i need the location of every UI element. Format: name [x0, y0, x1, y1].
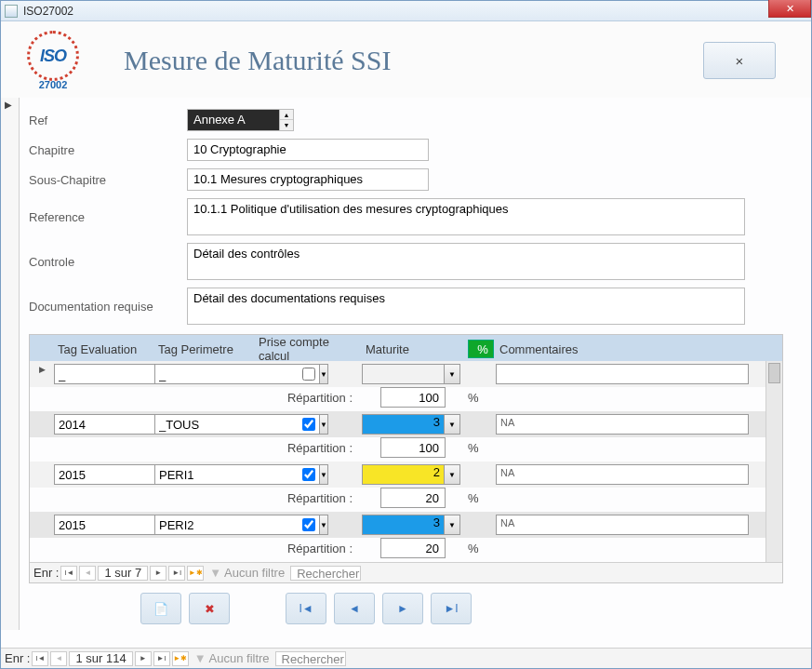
scrollbar-thumb[interactable]	[768, 363, 780, 383]
subnav-prev[interactable]: ◄	[79, 566, 96, 581]
repartition-input[interactable]	[380, 538, 446, 558]
row-selector[interactable]: ▶	[30, 361, 54, 387]
tag-eval-combo[interactable]: ▼	[54, 515, 149, 535]
outernav-next[interactable]: ►	[135, 651, 152, 666]
next-button[interactable]: ►	[382, 593, 423, 624]
sous-chapitre-field[interactable]: 10.1 Mesures cryptographiques	[187, 168, 429, 191]
subform-scrollbar[interactable]	[765, 361, 782, 562]
tag-perim-combo[interactable]: ▼	[154, 464, 249, 485]
subnav-filter: ▼Aucun filtre	[206, 566, 288, 580]
chapitre-field[interactable]: 10 Cryptographie	[187, 139, 429, 161]
repartition-input[interactable]	[380, 437, 446, 458]
row-sous-chapitre: Sous-Chapitre 10.1 Mesures cryptographiq…	[29, 168, 783, 191]
iso-standard: 27002	[39, 79, 68, 90]
prise-checkbox[interactable]	[302, 418, 315, 431]
tag-eval-combo[interactable]: ▼	[54, 464, 149, 485]
subnav-new[interactable]: ►✱	[187, 566, 204, 581]
controle-field[interactable]: Détail des contrôles	[187, 243, 745, 280]
row-selector[interactable]	[30, 462, 54, 488]
percent-button[interactable]: %	[468, 340, 494, 358]
maturite-value[interactable]: 3	[362, 515, 444, 535]
new-record-button[interactable]: 📄	[140, 593, 181, 624]
repartition-label: Répartition :	[255, 542, 362, 555]
dropdown-arrow-icon[interactable]: ▼	[444, 414, 460, 435]
outernav-search[interactable]: Rechercher	[275, 651, 346, 666]
col-tag-perim: Tag Perimetre	[154, 342, 255, 356]
percent-sign: %	[466, 441, 496, 455]
label-chapitre: Chapitre	[29, 143, 187, 157]
tag-perim-combo[interactable]: ▼	[154, 515, 249, 535]
tag-eval-combo[interactable]: ▼	[54, 414, 149, 435]
outernav-first[interactable]: I◄	[32, 651, 48, 666]
dropdown-arrow-icon[interactable]: ▼	[444, 464, 460, 485]
tag-perim-combo[interactable]: ▼	[154, 414, 249, 435]
repartition-input[interactable]	[380, 488, 446, 508]
doc-field[interactable]: Détail des documentations requises	[187, 288, 745, 325]
outernav-filter: ▼Aucun filtre	[191, 651, 273, 665]
label-ref: Ref	[29, 114, 187, 127]
repartition-line: Répartition :%	[30, 387, 782, 411]
toolbar: 📄 ✖ I◄ ◄ ► ►I	[29, 587, 783, 630]
ref-field[interactable]: Annexe A	[187, 109, 280, 131]
window-title: ISO27002	[23, 5, 807, 18]
label-sous-chapitre: Sous-Chapitre	[29, 173, 187, 187]
maturite-combo[interactable]: 3▼	[362, 515, 460, 535]
col-maturite: Maturite	[362, 342, 466, 356]
close-form-button[interactable]: ×	[703, 42, 776, 79]
prise-checkbox[interactable]	[302, 368, 315, 381]
maturite-value[interactable]: 3	[362, 414, 444, 435]
maturite-value[interactable]: 2	[362, 464, 444, 485]
comment-field[interactable]: NA	[496, 414, 749, 435]
subnav-search[interactable]: Rechercher	[290, 566, 361, 581]
maturite-combo[interactable]: 2▼	[362, 464, 460, 485]
dropdown-arrow-icon[interactable]: ▼	[444, 515, 460, 535]
subform-rows: ▶▼▼▼Répartition :%▼▼3▼NARépartition :%▼▼…	[30, 361, 782, 562]
subnav-pos[interactable]: 1 sur 7	[98, 566, 148, 581]
outer-nav: Enr : I◄ ◄ 1 sur 114 ► ►I ►✱ ▼Aucun filt…	[1, 648, 811, 668]
window: ISO27002 ✕ ISO 27002 Mesure de Maturité …	[0, 0, 812, 669]
subnav-first[interactable]: I◄	[60, 566, 77, 581]
outernav-prev[interactable]: ◄	[50, 651, 67, 666]
prev-button[interactable]: ◄	[334, 593, 375, 624]
delete-record-button[interactable]: ✖	[189, 593, 230, 624]
page-title: Mesure de Maturité SSI	[90, 45, 703, 76]
ref-combo: Annexe A ▲ ▼	[187, 109, 294, 131]
filter-icon: ▼	[194, 651, 206, 665]
first-button[interactable]: I◄	[286, 593, 326, 624]
prise-checkbox[interactable]	[302, 468, 315, 481]
maturite-value[interactable]	[362, 364, 444, 384]
row-selector[interactable]	[30, 411, 54, 437]
maturite-combo[interactable]: ▼	[362, 364, 460, 384]
last-button[interactable]: ►I	[431, 593, 472, 624]
row-selector[interactable]	[30, 512, 54, 538]
ref-spin-up[interactable]: ▲	[280, 110, 293, 120]
maturite-combo[interactable]: 3▼	[362, 414, 460, 435]
reference-field[interactable]: 10.1.1 Politique d'utilisation des mesur…	[187, 198, 745, 235]
subnav-next[interactable]: ►	[150, 566, 166, 581]
repartition-input[interactable]	[380, 387, 446, 408]
tag-perim-combo[interactable]: ▼	[154, 364, 249, 384]
ref-spin-down[interactable]: ▼	[280, 120, 293, 130]
percent-sign: %	[466, 542, 496, 555]
table-row: ▼▼3▼NA	[30, 512, 782, 538]
repartition-label: Répartition :	[255, 491, 362, 505]
delete-record-icon: ✖	[205, 602, 215, 616]
outernav-label: Enr :	[5, 651, 30, 665]
comment-field[interactable]: NA	[496, 464, 749, 485]
outernav-pos[interactable]: 1 sur 114	[69, 651, 132, 666]
outernav-last[interactable]: ►I	[153, 651, 170, 666]
repartition-label: Répartition :	[255, 391, 362, 405]
prise-checkbox[interactable]	[302, 518, 315, 531]
window-close-button[interactable]: ✕	[768, 0, 811, 18]
subnav-last[interactable]: ►I	[168, 566, 185, 581]
label-controle: Controle	[29, 255, 187, 269]
comment-field[interactable]: NA	[496, 515, 749, 535]
tag-eval-combo[interactable]: ▼	[54, 364, 149, 384]
comment-field[interactable]	[496, 364, 749, 384]
record-selector[interactable]	[1, 98, 20, 630]
dropdown-arrow-icon[interactable]: ▼	[444, 364, 460, 384]
outernav-new[interactable]: ►✱	[172, 651, 189, 666]
col-tag-eval: Tag Evaluation	[54, 342, 154, 356]
prise-checkbox-cell	[255, 365, 362, 383]
col-prise: Prise compte calcul	[255, 335, 362, 363]
